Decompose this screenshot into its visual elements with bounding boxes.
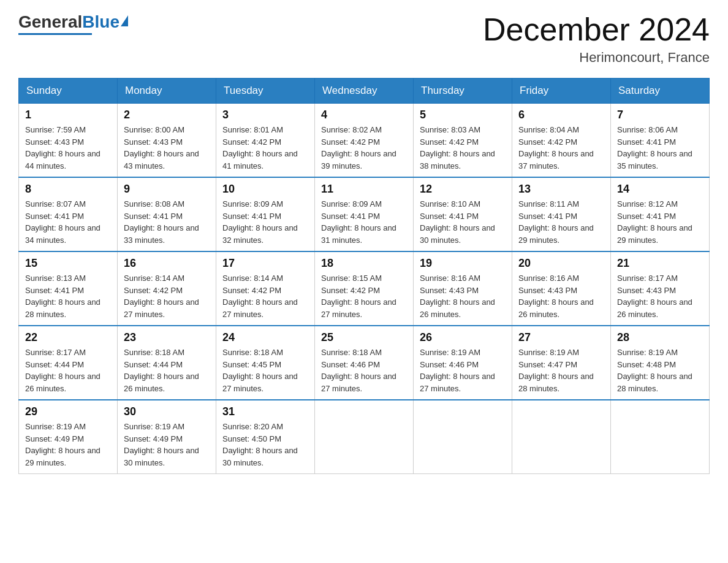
day-info: Sunrise: 8:19 AM Sunset: 4:47 PM Dayligh…: [518, 347, 604, 394]
table-row: 7 Sunrise: 8:06 AM Sunset: 4:41 PM Dayli…: [611, 104, 710, 178]
daylight-label: Daylight: 8 hours and 27 minutes.: [321, 297, 396, 319]
daylight-label: Daylight: 8 hours and 34 minutes.: [25, 223, 100, 245]
daylight-label: Daylight: 8 hours and 44 minutes.: [25, 149, 100, 170]
day-info: Sunrise: 8:19 AM Sunset: 4:48 PM Dayligh…: [617, 347, 703, 394]
table-row: [611, 400, 710, 474]
day-number: 18: [321, 257, 407, 270]
sunset-label: Sunset: 4:42 PM: [321, 137, 380, 147]
table-row: 5 Sunrise: 8:03 AM Sunset: 4:42 PM Dayli…: [414, 104, 512, 178]
sunrise-label: Sunrise: 8:03 AM: [420, 125, 480, 134]
table-row: 22 Sunrise: 8:17 AM Sunset: 4:44 PM Dayl…: [19, 326, 118, 400]
day-number: 13: [518, 183, 604, 196]
daylight-label: Daylight: 8 hours and 29 minutes.: [25, 446, 100, 467]
col-saturday: Saturday: [611, 79, 710, 104]
day-info: Sunrise: 8:04 AM Sunset: 4:42 PM Dayligh…: [518, 124, 604, 172]
day-number: 5: [420, 109, 506, 121]
daylight-label: Daylight: 8 hours and 31 minutes.: [321, 223, 396, 245]
day-info: Sunrise: 8:00 AM Sunset: 4:43 PM Dayligh…: [124, 124, 210, 172]
title-area: December 2024 Herimoncourt, France: [483, 12, 710, 66]
daylight-label: Daylight: 8 hours and 27 minutes.: [420, 372, 495, 393]
day-number: 1: [25, 109, 111, 121]
table-row: 3 Sunrise: 8:01 AM Sunset: 4:42 PM Dayli…: [216, 104, 315, 178]
sunset-label: Sunset: 4:41 PM: [617, 137, 676, 147]
day-info: Sunrise: 8:11 AM Sunset: 4:41 PM Dayligh…: [518, 198, 604, 246]
table-row: 13 Sunrise: 8:11 AM Sunset: 4:41 PM Dayl…: [512, 177, 611, 251]
day-info: Sunrise: 8:08 AM Sunset: 4:41 PM Dayligh…: [124, 198, 210, 246]
table-row: 16 Sunrise: 8:14 AM Sunset: 4:42 PM Dayl…: [118, 251, 216, 326]
sunrise-label: Sunrise: 8:19 AM: [420, 348, 480, 357]
sunrise-label: Sunrise: 8:17 AM: [25, 348, 86, 357]
day-info: Sunrise: 8:09 AM Sunset: 4:41 PM Dayligh…: [321, 198, 407, 246]
day-number: 26: [420, 331, 506, 344]
sunset-label: Sunset: 4:46 PM: [420, 360, 479, 369]
sunset-label: Sunset: 4:42 PM: [321, 286, 380, 295]
page-header: GeneralBlue December 2024 Herimoncourt, …: [18, 12, 710, 66]
table-row: 8 Sunrise: 8:07 AM Sunset: 4:41 PM Dayli…: [19, 177, 118, 251]
daylight-label: Daylight: 8 hours and 26 minutes.: [617, 297, 692, 319]
daylight-label: Daylight: 8 hours and 32 minutes.: [222, 223, 298, 245]
logo: GeneralBlue: [18, 12, 128, 35]
table-row: 2 Sunrise: 8:00 AM Sunset: 4:43 PM Dayli…: [118, 104, 216, 178]
sunrise-label: Sunrise: 8:19 AM: [124, 422, 184, 431]
day-number: 4: [321, 109, 407, 121]
daylight-label: Daylight: 8 hours and 26 minutes.: [420, 297, 495, 319]
table-row: 23 Sunrise: 8:18 AM Sunset: 4:44 PM Dayl…: [118, 326, 216, 400]
sunrise-label: Sunrise: 8:00 AM: [124, 125, 184, 134]
day-info: Sunrise: 8:12 AM Sunset: 4:41 PM Dayligh…: [617, 198, 703, 246]
day-info: Sunrise: 8:19 AM Sunset: 4:49 PM Dayligh…: [25, 421, 111, 469]
day-info: Sunrise: 8:18 AM Sunset: 4:45 PM Dayligh…: [222, 347, 308, 394]
sunset-label: Sunset: 4:46 PM: [321, 360, 380, 369]
sunset-label: Sunset: 4:50 PM: [222, 434, 281, 443]
table-row: 24 Sunrise: 8:18 AM Sunset: 4:45 PM Dayl…: [216, 326, 315, 400]
calendar-week-row: 15 Sunrise: 8:13 AM Sunset: 4:41 PM Dayl…: [19, 251, 710, 326]
calendar-week-row: 8 Sunrise: 8:07 AM Sunset: 4:41 PM Dayli…: [19, 177, 710, 251]
sunset-label: Sunset: 4:48 PM: [617, 360, 676, 369]
day-number: 6: [518, 109, 604, 121]
daylight-label: Daylight: 8 hours and 38 minutes.: [420, 149, 495, 170]
day-number: 2: [124, 109, 210, 121]
day-number: 11: [321, 183, 407, 196]
daylight-label: Daylight: 8 hours and 27 minutes.: [321, 372, 396, 393]
sunset-label: Sunset: 4:47 PM: [518, 360, 577, 369]
daylight-label: Daylight: 8 hours and 28 minutes.: [518, 372, 594, 393]
calendar-title: December 2024: [483, 12, 710, 47]
sunrise-label: Sunrise: 8:11 AM: [518, 199, 579, 209]
day-number: 9: [124, 183, 210, 196]
col-tuesday: Tuesday: [216, 79, 315, 104]
logo-general: General: [18, 12, 82, 32]
daylight-label: Daylight: 8 hours and 39 minutes.: [321, 149, 396, 170]
sunset-label: Sunset: 4:41 PM: [25, 212, 84, 221]
day-info: Sunrise: 8:10 AM Sunset: 4:41 PM Dayligh…: [420, 198, 506, 246]
sunset-label: Sunset: 4:42 PM: [124, 286, 183, 295]
day-number: 29: [25, 405, 111, 418]
daylight-label: Daylight: 8 hours and 26 minutes.: [25, 372, 100, 393]
sunset-label: Sunset: 4:49 PM: [124, 434, 183, 443]
sunrise-label: Sunrise: 8:19 AM: [518, 348, 579, 357]
day-info: Sunrise: 8:15 AM Sunset: 4:42 PM Dayligh…: [321, 272, 407, 320]
table-row: 1 Sunrise: 7:59 AM Sunset: 4:43 PM Dayli…: [19, 104, 118, 178]
daylight-label: Daylight: 8 hours and 26 minutes.: [518, 297, 594, 319]
day-info: Sunrise: 8:20 AM Sunset: 4:50 PM Dayligh…: [222, 421, 308, 469]
table-row: 27 Sunrise: 8:19 AM Sunset: 4:47 PM Dayl…: [512, 326, 611, 400]
table-row: 4 Sunrise: 8:02 AM Sunset: 4:42 PM Dayli…: [315, 104, 414, 178]
day-info: Sunrise: 8:14 AM Sunset: 4:42 PM Dayligh…: [222, 272, 308, 320]
sunset-label: Sunset: 4:41 PM: [518, 212, 577, 221]
sunset-label: Sunset: 4:41 PM: [25, 286, 84, 295]
sunrise-label: Sunrise: 8:06 AM: [617, 125, 678, 134]
logo-underline: [18, 33, 92, 35]
sunset-label: Sunset: 4:43 PM: [25, 137, 84, 147]
daylight-label: Daylight: 8 hours and 30 minutes.: [222, 446, 298, 467]
daylight-label: Daylight: 8 hours and 28 minutes.: [617, 372, 692, 393]
day-number: 8: [25, 183, 111, 196]
day-info: Sunrise: 8:14 AM Sunset: 4:42 PM Dayligh…: [124, 272, 210, 320]
col-friday: Friday: [512, 79, 611, 104]
sunrise-label: Sunrise: 8:17 AM: [617, 274, 678, 283]
sunset-label: Sunset: 4:41 PM: [222, 212, 281, 221]
day-number: 3: [222, 109, 308, 121]
table-row: 25 Sunrise: 8:18 AM Sunset: 4:46 PM Dayl…: [315, 326, 414, 400]
sunrise-label: Sunrise: 8:14 AM: [124, 274, 184, 283]
daylight-label: Daylight: 8 hours and 35 minutes.: [617, 149, 692, 170]
day-number: 10: [222, 183, 308, 196]
sunset-label: Sunset: 4:41 PM: [124, 212, 183, 221]
day-info: Sunrise: 8:01 AM Sunset: 4:42 PM Dayligh…: [222, 124, 308, 172]
